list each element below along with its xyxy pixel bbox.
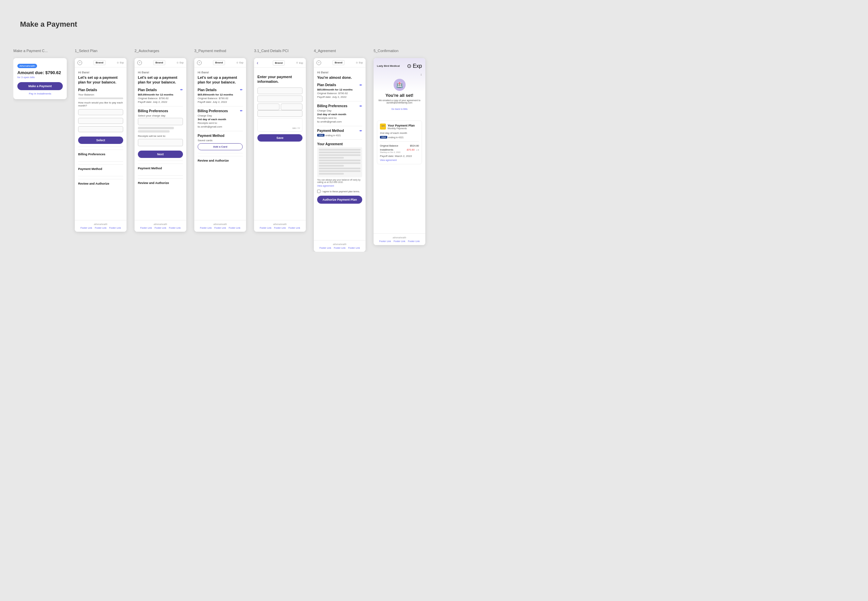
- footer-link-2[interactable]: Footer Link: [334, 247, 346, 249]
- visa-badge: VISA: [317, 134, 324, 137]
- edit-billing-icon[interactable]: ✏: [359, 105, 362, 108]
- footer-link-1[interactable]: Footer Link: [379, 240, 391, 243]
- close-icon[interactable]: ×: [197, 60, 202, 65]
- footer-link-3[interactable]: Footer Link: [169, 227, 181, 229]
- footer-links: Footer Link Footer Link Footer Link: [257, 227, 303, 229]
- footer-link-1[interactable]: Footer Link: [81, 227, 92, 229]
- footer-link-2[interactable]: Footer Link: [95, 227, 107, 229]
- monthly-amount-input-2[interactable]: [78, 118, 123, 124]
- starting-text: Starting on Oct 2, 2022: [380, 151, 400, 153]
- footer-link-2[interactable]: Footer Link: [394, 240, 405, 243]
- screen-31-footer: athenahealth Footer Link Footer Link Foo…: [254, 220, 306, 232]
- screen-0-frame: Athenahealth Amount due: $790.62 for 3 o…: [13, 58, 67, 99]
- footer-link-2[interactable]: Footer Link: [214, 227, 226, 229]
- footer-brand: athenahealth: [78, 223, 123, 225]
- review-authorize-label: Review and Authorize: [138, 181, 183, 185]
- review-authorize-label: Review and Authorize: [198, 159, 243, 162]
- charge-day-input[interactable]: [138, 118, 183, 125]
- card-name-input[interactable]: [257, 96, 303, 102]
- back-icon[interactable]: ‹: [257, 60, 261, 66]
- payoff-date: Payoff date: July 2, 2022: [198, 101, 243, 104]
- screen-2-nav: × Brand ⊙ Exp: [134, 58, 186, 67]
- select-button[interactable]: Select: [78, 137, 123, 144]
- view-agreement-link[interactable]: View agreement: [380, 159, 419, 161]
- billing-prefs-collapsed[interactable]: Billing Preferences: [78, 149, 123, 159]
- view-agreement-link[interactable]: View agreement: [317, 185, 362, 187]
- edit-plan-icon[interactable]: ✏: [180, 88, 183, 92]
- screen-31-wrapper: 3.1_Card Details PCI ‹ Brand ⊙ Exp Enter…: [254, 49, 306, 232]
- payment-method-collapsed[interactable]: Payment Method: [138, 163, 183, 172]
- screen-1-label: 1_Select Plan: [75, 49, 97, 53]
- review-authorize-collapsed[interactable]: Review and Authorize: [78, 179, 123, 188]
- screen-0-label: Make a Payment C...: [13, 49, 48, 53]
- plan-details-title: Plan Details: [317, 83, 336, 87]
- card-number-input[interactable]: [257, 87, 303, 94]
- close-icon[interactable]: ×: [78, 60, 82, 65]
- edit-billing-icon[interactable]: ✏: [240, 109, 243, 113]
- close-icon[interactable]: ×: [137, 60, 142, 65]
- back-to-bills-link[interactable]: Go back to Bills: [391, 108, 408, 110]
- receipts-input[interactable]: [138, 139, 183, 146]
- footer-brand: athenahealth: [138, 223, 183, 225]
- payment-method-title: Payment Method: [198, 134, 224, 137]
- footer-link-3[interactable]: Footer Link: [229, 227, 241, 229]
- card-number-group: [257, 87, 303, 117]
- monthly-payments: Monthly Payments: [388, 127, 415, 130]
- payment-plan-header: 💳 Your Payment Plan Monthly Payments: [380, 124, 419, 130]
- open-bills: for 3 open bills: [17, 76, 63, 79]
- payment-method-section: Payment Method: [198, 134, 243, 137]
- brand-label: Brand: [213, 60, 225, 65]
- agree-checkbox[interactable]: [317, 190, 320, 193]
- billing-prefs-title: Billing Preferences: [138, 109, 168, 113]
- brand-label: Brand: [273, 60, 285, 66]
- billing-prefs-title: Billing Preferences: [317, 104, 347, 108]
- footer-link-2[interactable]: Footer Link: [155, 227, 166, 229]
- edit-plan-icon[interactable]: ✏: [240, 88, 243, 92]
- billing-prefs-section: Billing Preferences ✏: [317, 104, 362, 108]
- screen-2-wrapper: 2_Autocharges × Brand ⊙ Exp Hi there! Le…: [134, 49, 186, 232]
- exp-icon: ⊙ Exp: [177, 61, 184, 64]
- footer-link-3[interactable]: Footer Link: [288, 227, 300, 229]
- footer-link-1[interactable]: Footer Link: [260, 227, 271, 229]
- footer-link-1[interactable]: Footer Link: [200, 227, 212, 229]
- charge-day-label: Select your charge day:: [138, 114, 183, 117]
- screen-31-content: Enter your payment information.: [254, 68, 306, 220]
- card-cvv-input[interactable]: [281, 104, 303, 110]
- original-balance: Original Balance: $790.62: [138, 97, 183, 100]
- screen-1-wrapper: 1_Select Plan × Brand ⊙ Exp Hi there! Le…: [75, 49, 126, 232]
- original-balance-val: $524.80: [410, 144, 419, 147]
- review-authorize-collapsed[interactable]: Review and Authorize: [198, 156, 243, 165]
- footer-link-3[interactable]: Footer Link: [408, 240, 420, 243]
- footer-link-3[interactable]: Footer Link: [109, 227, 121, 229]
- footer-link-3[interactable]: Footer Link: [348, 247, 360, 249]
- brand-label: Brand: [93, 60, 105, 65]
- installments-label: Installments: [380, 148, 400, 151]
- make-payment-button[interactable]: Make a Payment: [17, 82, 63, 90]
- authorize-button[interactable]: Authorize Payment Plan: [317, 196, 362, 204]
- card-expiry-input[interactable]: [257, 104, 279, 110]
- footer-link-2[interactable]: Footer Link: [274, 227, 286, 229]
- brand-badge: Athenahealth: [17, 64, 37, 68]
- save-button[interactable]: Save: [257, 134, 303, 142]
- payment-method-collapsed[interactable]: Payment Method: [78, 164, 123, 173]
- card-zip-input[interactable]: [257, 110, 303, 117]
- pay-installments-link[interactable]: Pay in Installments: [17, 92, 63, 95]
- edit-plan-icon[interactable]: ✏: [359, 84, 362, 87]
- download-icon[interactable]: ↓: [420, 72, 422, 76]
- org-name: Lady Bird Medical: [377, 64, 400, 67]
- add-card-button[interactable]: Add a Card: [198, 143, 243, 150]
- monthly-amount-input-3[interactable]: [78, 126, 123, 132]
- plan-details-section: Plan Details ✏: [138, 88, 183, 92]
- close-icon[interactable]: ×: [317, 60, 321, 65]
- screen-1-nav: × Brand ⊙ Exp: [75, 58, 126, 67]
- next-button[interactable]: Next: [138, 151, 183, 158]
- how-much-label: How much would you like to pay each mont…: [78, 101, 123, 107]
- screen-2-footer: athenahealth Footer Link Footer Link Foo…: [134, 220, 186, 232]
- monthly-amount-input-1[interactable]: [78, 109, 123, 115]
- review-authorize-collapsed[interactable]: Review and Authorize: [138, 178, 183, 187]
- edit-payment-icon[interactable]: ✏: [359, 129, 362, 133]
- footer-link-1[interactable]: Footer Link: [140, 227, 152, 229]
- footer-link-1[interactable]: Footer Link: [320, 247, 331, 249]
- payment-method-section: Payment Method ✏: [317, 129, 362, 133]
- footer-links: Footer Link Footer Link Footer Link: [198, 227, 243, 229]
